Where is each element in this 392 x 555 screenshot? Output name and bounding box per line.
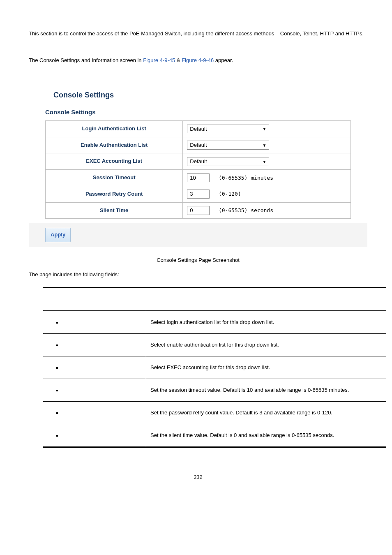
field-row: Set the session timeout value. Default i…: [43, 379, 386, 402]
apply-button[interactable]: Apply: [45, 228, 71, 242]
field-row: Select login authentication list for thi…: [43, 311, 386, 334]
intro2-amp: &: [175, 57, 182, 63]
row-password-retry: Password Retry Count 3 (0-120): [46, 186, 351, 202]
bullet-icon: [56, 345, 58, 346]
intro-paragraph-1: This section is to control the access of…: [29, 29, 367, 39]
label-session-timeout: Session Timeout: [46, 170, 183, 186]
field-desc: Set the silent time value. Default is 0 …: [146, 424, 387, 447]
silent-time-unit: (0-65535) seconds: [219, 207, 273, 213]
row-session-timeout: Session Timeout 10 (0-65535) minutes: [46, 170, 351, 186]
silent-time-input[interactable]: 0: [187, 206, 210, 215]
bullet-icon: [56, 412, 58, 414]
chevron-down-icon: ▼: [262, 127, 266, 132]
bullet-icon: [56, 435, 58, 437]
label-silent-time: Silent Time: [46, 202, 183, 219]
label-enable-auth: Enable Authentication List: [46, 137, 183, 153]
figure-label: Console Settings Page Screenshot: [29, 255, 367, 266]
page-includes-text: The page includes the following fields:: [29, 270, 367, 280]
bullet-icon: [56, 322, 58, 324]
session-timeout-unit: (0-65535) minutes: [219, 175, 273, 181]
exec-acct-value: Default: [190, 158, 207, 164]
chevron-down-icon: ▼: [262, 159, 266, 164]
login-auth-value: Default: [190, 126, 207, 132]
screenshot-title: Console Settings: [45, 82, 351, 106]
password-retry-unit: (0-120): [219, 191, 241, 197]
fields-table: Select login authentication list for thi…: [43, 287, 386, 448]
session-timeout-input[interactable]: 10: [187, 173, 210, 183]
figure-link-1[interactable]: Figure 4-9-45: [143, 57, 175, 63]
bullet-icon: [56, 390, 58, 391]
field-desc: Select login authentication list for thi…: [146, 311, 387, 334]
page-number: 232: [29, 472, 367, 483]
console-settings-screenshot: Console Settings Console Settings Login …: [29, 78, 367, 247]
chevron-down-icon: ▼: [262, 143, 266, 148]
screenshot-subtitle: Console Settings: [45, 106, 351, 121]
password-retry-input[interactable]: 3: [187, 190, 210, 199]
intro-paragraph-2: The Console Settings and Information scr…: [29, 56, 367, 66]
bullet-icon: [56, 367, 58, 369]
intro2-post: appear.: [214, 57, 233, 63]
fields-header-row: [43, 288, 386, 311]
login-auth-dropdown[interactable]: Default ▼: [187, 125, 269, 134]
intro2-pre: The Console Settings and Information scr…: [29, 57, 143, 63]
field-desc: Select EXEC accounting list for this dro…: [146, 356, 387, 379]
label-exec-acct: EXEC Accounting List: [46, 153, 183, 170]
field-row: Set the silent time value. Default is 0 …: [43, 424, 386, 447]
field-desc: Set the session timeout value. Default i…: [146, 379, 387, 402]
label-login-auth: Login Authentication List: [46, 121, 183, 137]
label-password-retry: Password Retry Count: [46, 186, 183, 202]
row-login-auth: Login Authentication List Default ▼: [46, 121, 351, 137]
field-row: Select EXEC accounting list for this dro…: [43, 356, 386, 379]
exec-acct-dropdown[interactable]: Default ▼: [187, 157, 269, 166]
enable-auth-value: Default: [190, 142, 207, 148]
row-silent-time: Silent Time 0 (0-65535) seconds: [46, 202, 351, 219]
field-row: Set the password retry count value. Defa…: [43, 402, 386, 424]
console-settings-table: Login Authentication List Default ▼ Enab…: [45, 120, 351, 219]
row-exec-acct: EXEC Accounting List Default ▼: [46, 153, 351, 170]
figure-link-2[interactable]: Figure 4-9-46: [182, 57, 214, 63]
enable-auth-dropdown[interactable]: Default ▼: [187, 141, 269, 150]
field-desc: Set the password retry count value. Defa…: [146, 402, 387, 424]
field-desc: Select enable authentication list for th…: [146, 334, 387, 356]
field-row: Select enable authentication list for th…: [43, 334, 386, 356]
row-enable-auth: Enable Authentication List Default ▼: [46, 137, 351, 153]
